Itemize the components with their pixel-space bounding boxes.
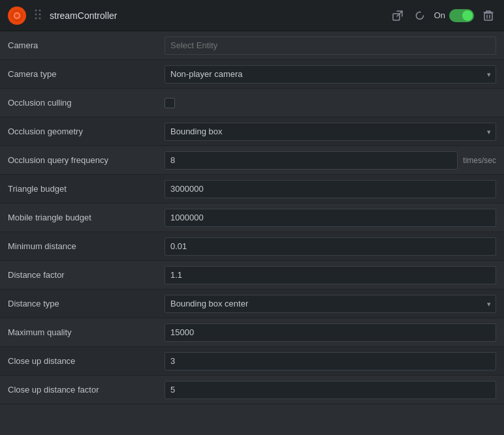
close-up-distance-value	[165, 352, 496, 370]
camera-row: Camera	[0, 31, 504, 60]
distance-type-row: Distance type Bounding box center Camera…	[0, 290, 504, 318]
mobile-triangle-budget-label: Mobile triangle budget	[8, 213, 165, 222]
occlusion-culling-row: Occlusion culling	[0, 89, 504, 117]
svg-point-7	[39, 17, 41, 19]
camera-type-value: Non-player camera Player camera Custom ▾	[165, 65, 496, 83]
occlusion-geometry-value: Bounding box Mesh Simplified mesh ▾	[165, 123, 496, 141]
camera-type-select-wrapper: Non-player camera Player camera Custom ▾	[165, 65, 496, 83]
occlusion-culling-checkbox[interactable]	[165, 98, 175, 108]
minimum-distance-row: Minimum distance	[0, 232, 504, 261]
camera-label: Camera	[8, 40, 165, 50]
occlusion-query-frequency-value: times/sec	[165, 151, 496, 170]
maximum-quality-value	[165, 323, 496, 342]
mobile-triangle-budget-row: Mobile triangle budget	[0, 203, 504, 232]
svg-point-2	[35, 9, 37, 11]
camera-type-label: Camera type	[8, 69, 165, 79]
triangle-budget-label: Triangle budget	[8, 184, 165, 194]
svg-point-0	[12, 10, 22, 21]
minimum-distance-input[interactable]	[165, 237, 496, 256]
distance-factor-input[interactable]	[165, 266, 496, 284]
distance-type-select[interactable]: Bounding box center Camera center Custom	[165, 295, 496, 313]
triangle-budget-value	[165, 180, 496, 198]
close-up-distance-factor-row: Close up distance factor	[0, 376, 504, 404]
close-up-distance-factor-value	[165, 381, 496, 399]
distance-type-select-wrapper: Bounding box center Camera center Custom…	[165, 295, 496, 313]
drag-handle-icon	[34, 8, 42, 23]
header-actions: On	[390, 7, 496, 24]
close-up-distance-row: Close up distance	[0, 347, 504, 376]
maximum-quality-label: Maximum quality	[8, 327, 165, 337]
triangle-budget-row: Triangle budget	[0, 175, 504, 203]
occlusion-geometry-row: Occlusion geometry Bounding box Mesh Sim…	[0, 117, 504, 146]
toggle-label: On	[434, 10, 445, 20]
distance-type-value: Bounding box center Camera center Custom…	[165, 295, 496, 313]
header-title: streamController	[50, 10, 383, 21]
toggle-track[interactable]	[449, 9, 474, 22]
svg-rect-9	[484, 13, 492, 20]
distance-type-label: Distance type	[8, 299, 165, 308]
occlusion-culling-label: Occlusion culling	[8, 98, 165, 108]
distance-factor-label: Distance factor	[8, 270, 165, 280]
maximum-quality-row: Maximum quality	[0, 318, 504, 347]
close-up-distance-input[interactable]	[165, 352, 496, 370]
occlusion-query-frequency-row: Occlusion query frequency times/sec	[0, 146, 504, 175]
camera-type-row: Camera type Non-player camera Player cam…	[0, 60, 504, 89]
mobile-triangle-budget-input[interactable]	[165, 209, 496, 227]
camera-type-select[interactable]: Non-player camera Player camera Custom	[165, 65, 496, 83]
occlusion-culling-value	[165, 98, 496, 108]
app-container: streamController On	[0, 0, 504, 435]
occlusion-geometry-select-wrapper: Bounding box Mesh Simplified mesh ▾	[165, 123, 496, 141]
properties-panel: Camera Camera type Non-player camera Pla…	[0, 31, 504, 435]
distance-factor-value	[165, 266, 496, 284]
external-link-button[interactable]	[390, 8, 405, 23]
occlusion-query-frequency-input-wrapper: times/sec	[165, 151, 496, 170]
occlusion-geometry-select[interactable]: Bounding box Mesh Simplified mesh	[165, 123, 496, 141]
app-logo	[8, 7, 26, 25]
toggle-thumb	[462, 10, 473, 21]
camera-value	[165, 37, 496, 55]
close-up-distance-factor-input[interactable]	[165, 381, 496, 399]
occlusion-query-frequency-label: Occlusion query frequency	[8, 155, 165, 165]
occlusion-geometry-label: Occlusion geometry	[8, 127, 165, 136]
minimum-distance-label: Minimum distance	[8, 241, 165, 251]
camera-input[interactable]	[165, 37, 496, 55]
occlusion-query-frequency-input[interactable]	[165, 151, 458, 170]
occlusion-query-frequency-suffix: times/sec	[463, 156, 496, 165]
delete-button[interactable]	[480, 7, 496, 24]
close-up-distance-label: Close up distance	[8, 356, 165, 366]
mobile-triangle-budget-value	[165, 209, 496, 227]
svg-point-5	[39, 13, 41, 15]
minimum-distance-value	[165, 237, 496, 256]
svg-point-6	[35, 17, 37, 19]
maximum-quality-input[interactable]	[165, 323, 496, 342]
svg-point-4	[35, 13, 37, 15]
refresh-button[interactable]	[412, 8, 428, 23]
toggle-switch[interactable]: On	[434, 9, 474, 22]
header-bar: streamController On	[0, 0, 504, 31]
svg-point-3	[39, 9, 41, 11]
distance-factor-row: Distance factor	[0, 261, 504, 290]
triangle-budget-input[interactable]	[165, 180, 496, 198]
close-up-distance-factor-label: Close up distance factor	[8, 385, 165, 395]
